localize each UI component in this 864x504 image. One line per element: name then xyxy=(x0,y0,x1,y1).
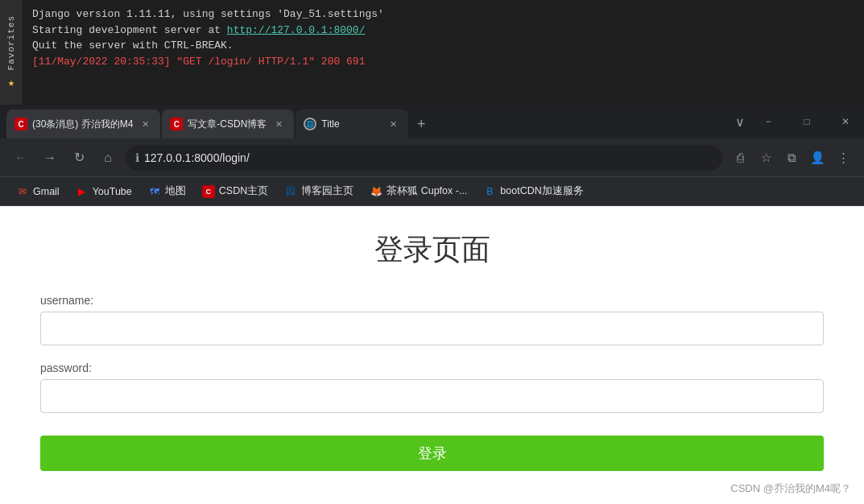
bookmark-button[interactable]: ☆ xyxy=(754,147,777,169)
password-label: password: xyxy=(40,361,824,374)
tab-csdn-write[interactable]: C 写文章-CSDN博客 ✕ xyxy=(162,109,294,138)
login-button[interactable]: 登录 xyxy=(40,436,824,471)
watermark: CSDN @乔治我的M4呢？ xyxy=(730,481,851,496)
gmail-icon: ✉ xyxy=(16,185,29,198)
menu-button[interactable]: ⋮ xyxy=(832,147,854,169)
bookmarks-bar: ✉ Gmail ▶ YouTube 🗺 地图 C CSDN主页 园 博客园主页 … xyxy=(0,177,864,206)
bookmark-cupfox[interactable]: 🦊 茶杯狐 Cupfox -... xyxy=(363,181,473,201)
bookmark-youtube[interactable]: ▶ YouTube xyxy=(69,182,138,201)
terminal-line-1: Django version 1.11.11, using settings '… xyxy=(32,6,854,23)
split-view-button[interactable]: ⧉ xyxy=(780,147,803,169)
top-bar-controls: ∨ − □ ✕ xyxy=(730,105,864,138)
terminal-line-4: [11/May/2022 20:35:33] "GET /login/ HTTP… xyxy=(32,54,854,70)
bookmark-cnblogs-label: 博客园主页 xyxy=(301,184,353,198)
home-button[interactable]: ⌂ xyxy=(97,147,119,169)
bookmark-cnblogs[interactable]: 园 博客园主页 xyxy=(278,181,360,201)
terminal-line-3: Quit the server with CTRL-BREAK. xyxy=(32,38,854,54)
page-content: 登录页面 username: password: 登录 CSDN @乔治我的M4… xyxy=(0,206,864,504)
tab-close-2[interactable]: ✕ xyxy=(271,117,286,131)
tab-title-3: Title xyxy=(321,118,381,130)
window-controls: − □ ✕ xyxy=(750,109,864,134)
url-bar[interactable]: ℹ 127.0.0.1:8000/login/ xyxy=(126,145,722,171)
csdn-bookmark-icon: C xyxy=(202,185,215,198)
username-label: username: xyxy=(40,294,824,307)
tab-favicon-csdn1: C xyxy=(14,118,27,130)
tab-title-active[interactable]: 🌐 Title ✕ xyxy=(296,109,408,138)
address-bar: ← → ↻ ⌂ ℹ 127.0.0.1:8000/login/ ⎙ ☆ ⧉ 👤 … xyxy=(0,138,864,177)
profile-button[interactable]: 👤 xyxy=(806,147,829,169)
bookmark-maps[interactable]: 🗺 地图 xyxy=(142,181,192,201)
url-actions: ⎙ ☆ ⧉ 👤 ⋮ xyxy=(729,147,854,169)
bookmark-youtube-label: YouTube xyxy=(93,186,132,197)
tab-favicon-globe: 🌐 xyxy=(304,118,316,130)
page-title: 登录页面 xyxy=(40,230,824,270)
sidebar-label: Favorites xyxy=(6,15,16,70)
bookmark-bootcdn[interactable]: B bootCDN加速服务 xyxy=(477,181,589,201)
sidebar-favorites: Favorites ★ xyxy=(0,0,23,105)
bookmark-gmail[interactable]: ✉ Gmail xyxy=(10,182,66,201)
youtube-icon: ▶ xyxy=(76,185,89,198)
tab-close-1[interactable]: ✕ xyxy=(138,117,152,131)
username-group: username: xyxy=(40,294,824,345)
maximize-button[interactable]: □ xyxy=(788,109,825,134)
back-button[interactable]: ← xyxy=(10,147,32,169)
bookmark-gmail-label: Gmail xyxy=(33,186,60,197)
url-text: 127.0.0.1:8000/login/ xyxy=(144,151,713,164)
maps-icon: 🗺 xyxy=(148,185,161,198)
password-group: password: xyxy=(40,361,824,413)
bookmark-cupfox-label: 茶杯狐 Cupfox -... xyxy=(387,184,467,198)
tab-close-3[interactable]: ✕ xyxy=(386,117,400,131)
tab-list-button[interactable]: ∨ xyxy=(730,113,750,131)
username-input[interactable] xyxy=(40,312,824,345)
new-tab-button[interactable]: + xyxy=(410,113,432,135)
close-button[interactable]: ✕ xyxy=(827,109,864,134)
terminal-line-2: Starting development server at http://12… xyxy=(32,23,854,39)
tab-csdn-notifications[interactable]: C (30条消息) 乔治我的M4 ✕ xyxy=(6,109,160,138)
tab-bar: C (30条消息) 乔治我的M4 ✕ C 写文章-CSDN博客 ✕ 🌐 Titl… xyxy=(0,105,864,138)
terminal-panel: Favorites ★ Django version 1.11.11, usin… xyxy=(0,0,864,105)
bookmark-maps-label: 地图 xyxy=(165,184,186,198)
forward-button[interactable]: → xyxy=(39,147,61,169)
secure-icon: ℹ xyxy=(135,151,139,164)
cnblogs-icon: 园 xyxy=(284,185,297,198)
minimize-button[interactable]: − xyxy=(750,109,787,134)
bookmark-csdn[interactable]: C CSDN主页 xyxy=(196,181,275,201)
bookmark-csdn-label: CSDN主页 xyxy=(219,184,268,198)
tab-favicon-csdn2: C xyxy=(170,118,183,130)
bookmark-bootcdn-label: bootCDN加速服务 xyxy=(500,184,583,198)
bootcdn-icon: B xyxy=(483,185,496,198)
browser-chrome: C (30条消息) 乔治我的M4 ✕ C 写文章-CSDN博客 ✕ 🌐 Titl… xyxy=(0,105,864,504)
terminal-server-link[interactable]: http://127.0.0.1:8000/ xyxy=(227,24,366,36)
sidebar-star-icon: ★ xyxy=(8,76,14,89)
password-input[interactable] xyxy=(40,379,824,413)
tab-title-1: (30条消息) 乔治我的M4 xyxy=(32,118,133,131)
tab-title-2: 写文章-CSDN博客 xyxy=(188,118,267,131)
reload-button[interactable]: ↻ xyxy=(68,147,90,169)
cupfox-icon: 🦊 xyxy=(370,185,382,198)
share-button[interactable]: ⎙ xyxy=(729,147,751,169)
